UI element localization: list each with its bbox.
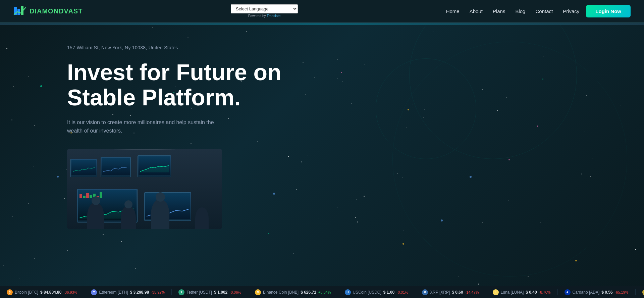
particle-9 (575, 260, 577, 261)
ticker-item: ₮ Tether [USDT] $ 1.002 -0.06% (172, 289, 248, 295)
person-1 (87, 202, 104, 229)
ticker-coin-icon: U (345, 289, 351, 295)
ticker-coin-name: Cardano [ADA] (573, 290, 600, 295)
particle-4 (542, 79, 543, 80)
ticker-bar: ₿ Bitcoin [BTC] $ 84,804.80 -36.93% Ξ Et… (0, 286, 644, 298)
ticker-coin-change: -65.19% (615, 290, 629, 294)
head-1 (92, 196, 100, 205)
ticker-coin-price: $ 0.60 (452, 290, 463, 295)
ticker-coin-price: $ 1.00 (383, 290, 394, 295)
nav-links: Home About Plans Blog Contact Privacy (446, 8, 580, 14)
ticker-coin-price: $ 0.56 (601, 290, 612, 295)
ticker-coin-price: $ 1.002 (214, 290, 227, 295)
head-3 (156, 192, 165, 202)
hero-content: 157 William St, New York, Ny 10038, Unit… (67, 45, 322, 229)
nav-privacy[interactable]: Privacy (563, 8, 579, 14)
particle-13 (402, 243, 404, 245)
logo-text: DIAMONDVAST (30, 7, 83, 15)
ticker-coin-icon: Ξ (91, 289, 97, 295)
particle-7 (441, 219, 443, 221)
ticker-coin-change: -0.01% (396, 290, 408, 294)
ticker-coin-change: -8.70% (539, 290, 551, 294)
particle-15 (470, 176, 472, 178)
particle-1 (40, 85, 42, 87)
nav-about[interactable]: About (470, 8, 483, 14)
nav-plans[interactable]: Plans (493, 8, 505, 14)
address-line: 157 William St, New York, Ny 10038, Unit… (67, 45, 322, 50)
ticker-coin-icon: B (255, 289, 261, 295)
monitor-3-screen (139, 156, 170, 175)
monitor-3 (138, 155, 171, 177)
particle-5 (408, 109, 409, 110)
ticker-item: D Dogecoin [DOGE] $ 0.0 ... (636, 289, 644, 295)
chart-1 (73, 166, 95, 172)
ticker-coin-change: -36.93% (63, 290, 77, 294)
login-button[interactable]: Login Now (586, 5, 631, 17)
chart-3 (140, 164, 169, 172)
particle-8 (268, 233, 269, 234)
ticker-coin-icon: ✕ (422, 289, 428, 295)
particle-10 (341, 72, 342, 73)
monitor-2-screen (102, 158, 130, 175)
ceiling-light (111, 149, 178, 150)
ticker-coin-change: -35.92% (151, 290, 165, 294)
ticker-item: L Luna [LUNA] $ 0.40 -8.70% (486, 289, 558, 295)
nav-home[interactable]: Home (446, 8, 460, 14)
ticker-coin-name: Tether [USDT] (186, 290, 212, 295)
nav-contact[interactable]: Contact (535, 8, 553, 14)
deco-circle-3 (392, 42, 627, 277)
ticker-coin-change: +8.04% (318, 290, 331, 294)
ticker-item: U USCoin [USDC] $ 1.00 -0.01% (338, 289, 416, 295)
ticker-coin-name: Luna [LUNA] (501, 290, 524, 295)
particle-14 (537, 126, 538, 127)
ticker-coin-change: -14.47% (465, 290, 479, 294)
ticker-coin-name: Binance Coin [BNB] (263, 290, 299, 295)
ticker-track: ₿ Bitcoin [BTC] $ 84,804.80 -36.93% Ξ Et… (0, 289, 644, 295)
powered-by-text: Powered by Translate (248, 14, 281, 18)
ticker-coin-name: USCoin [USDC] (353, 290, 381, 295)
logo-icon (13, 4, 27, 18)
logo-link[interactable]: DIAMONDVAST (13, 4, 83, 18)
ticker-coin-price: $ 0.40 (526, 290, 537, 295)
nav-blog[interactable]: Blog (515, 8, 525, 14)
monitor-1 (70, 159, 97, 177)
ticker-coin-icon: ₮ (178, 289, 184, 295)
ticker-coin-icon: ₿ (7, 289, 13, 295)
hero-title: Invest for Future on Stable Platform. (67, 60, 322, 110)
ticker-coin-icon: D (642, 289, 644, 295)
ticker-coin-name: Ethereum [ETH] (99, 290, 128, 295)
translate-link[interactable]: Translate (267, 14, 280, 18)
ticker-coin-name: Bitcoin [BTC] (15, 290, 38, 295)
deco-circle-1 (409, 25, 577, 159)
ticker-coin-price: $ 626.71 (301, 290, 316, 295)
person-4 (195, 207, 209, 229)
head-2 (124, 200, 132, 208)
ticker-item: A Cardano [ADA] $ 0.56 -65.19% (558, 289, 636, 295)
hero-subtitle: It is our vision to create more milliona… (67, 118, 228, 135)
particle-3 (57, 176, 59, 178)
language-select[interactable]: Select Language English Spanish French G… (231, 4, 298, 13)
ticker-item: ₿ Bitcoin [BTC] $ 84,804.80 -36.93% (0, 289, 84, 295)
ticker-coin-change: -0.06% (229, 290, 241, 294)
deco-circle-2 (376, 58, 476, 159)
trading-room-image (67, 149, 222, 229)
monitor-1-screen (71, 160, 96, 175)
ticker-item: Ξ Ethereum [ETH] $ 3,298.98 -35.92% (84, 289, 172, 295)
monitor-2 (101, 157, 131, 177)
ticker-coin-price: $ 3,298.98 (130, 290, 149, 295)
ticker-coin-icon: A (565, 289, 571, 295)
navbar: DIAMONDVAST Select Language English Span… (0, 0, 644, 23)
ticker-coin-name: XRP [XRP] (430, 290, 450, 295)
person-2 (121, 206, 136, 229)
ticker-coin-icon: L (493, 289, 499, 295)
language-selector-container: Select Language English Spanish French G… (83, 4, 446, 18)
ticker-item: ✕ XRP [XRP] $ 0.60 -14.47% (415, 289, 486, 295)
person-3 (151, 199, 169, 229)
hero-section: 157 William St, New York, Ny 10038, Unit… (0, 25, 644, 287)
svg-marker-3 (140, 166, 169, 172)
chart-2 (103, 165, 128, 172)
ticker-coin-price: $ 84,804.80 (40, 290, 61, 295)
particle-6 (508, 159, 510, 160)
ticker-item: B Binance Coin [BNB] $ 626.71 +8.04% (248, 289, 338, 295)
